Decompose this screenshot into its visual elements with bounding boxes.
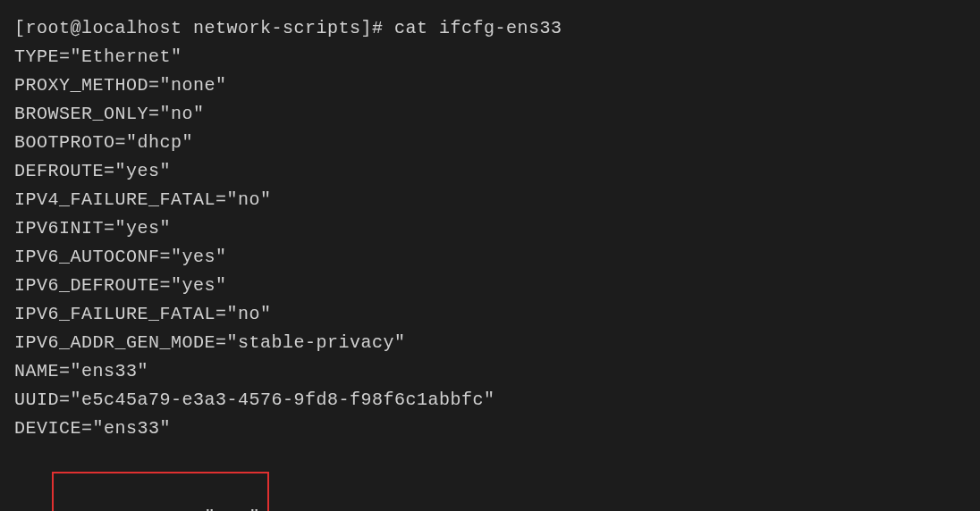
terminal-output: ifdown-post ifup-bnep ifup-routes [root@… xyxy=(0,0,980,511)
file-line: BROWSER_ONLY="no" xyxy=(14,100,966,129)
file-line: TYPE="Ethernet" xyxy=(14,43,966,71)
highlight-box: ONBOOT="yes" xyxy=(52,472,269,511)
prompt-line: [root@localhost network-scripts]# cat if… xyxy=(14,14,966,43)
onboot-line: ONBOOT="yes" xyxy=(126,507,260,511)
file-line: BOOTPROTO="dhcp" xyxy=(14,129,966,157)
file-line: PROXY_METHOD="none" xyxy=(14,71,966,100)
file-line: IPV6_DEFROUTE="yes" xyxy=(14,272,966,300)
file-line: IPV6_AUTOCONF="yes" xyxy=(14,243,966,272)
file-line: IPV6_ADDR_GEN_MODE="stable-privacy" xyxy=(14,329,966,357)
file-line: UUID="e5c45a79-e3a3-4576-9fd8-f98f6c1abb… xyxy=(14,386,966,415)
file-line: DEFROUTE="yes" xyxy=(14,157,966,186)
file-line: NAME="ens33" xyxy=(14,357,966,386)
highlighted-line-container: ONBOOT="yes" xyxy=(14,443,966,511)
file-line: DEVICE="ens33" xyxy=(14,415,966,443)
file-line: IPV6_FAILURE_FATAL="no" xyxy=(14,300,966,329)
command-text: cat ifcfg-ens33 xyxy=(394,18,562,38)
file-line: IPV6INIT="yes" xyxy=(14,214,966,243)
file-line: IPV4_FAILURE_FATAL="no" xyxy=(14,186,966,214)
shell-prompt: [root@localhost network-scripts]# xyxy=(14,18,394,38)
partial-top-line: ifdown-post ifup-bnep ifup-routes xyxy=(14,0,966,14)
